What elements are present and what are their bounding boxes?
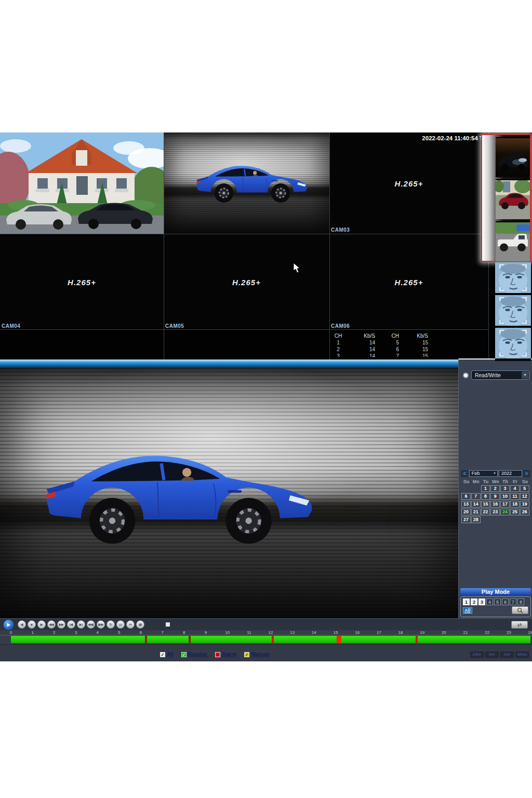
channel-button-2[interactable]: 2 (471, 598, 477, 605)
calendar-day-4[interactable]: 4 (510, 485, 520, 492)
calendar-next-button[interactable]: > (523, 470, 530, 477)
camera-view-cam04[interactable]: H.265+ CAM04 (0, 234, 164, 330)
calendar-day-26[interactable]: 26 (520, 509, 529, 515)
event-thumbnail-night-car[interactable] (496, 137, 530, 177)
range-button-30mi[interactable]: 30mi (515, 651, 529, 658)
camera-name-cam05: CAM05 (165, 323, 184, 329)
calendar-day-6[interactable]: 6 (461, 493, 471, 500)
snapshot-button[interactable]: ▤ (136, 620, 144, 629)
fast-forward-button[interactable]: ▶▶ (57, 620, 65, 629)
calendar-year-field[interactable]: 2022 (499, 470, 522, 477)
calendar-day-20[interactable]: 20 (461, 509, 471, 515)
slow-play-button[interactable]: ▶ (37, 620, 46, 629)
calendar-day-25[interactable]: 25 (510, 509, 520, 515)
calendar-day-16[interactable]: 16 (490, 501, 500, 508)
calendar-day-9[interactable]: 9 (490, 493, 500, 500)
calendar-day-2[interactable]: 2 (490, 485, 500, 492)
calendar-day-21[interactable]: 21 (471, 509, 481, 515)
channel-button-7[interactable]: 7 (510, 598, 516, 605)
calendar-day-10[interactable]: 10 (500, 493, 510, 500)
calendar-day-empty (461, 485, 471, 492)
calendar-day-12[interactable]: 12 (520, 493, 529, 500)
house-scene-image (0, 132, 164, 234)
channel-button-6[interactable]: 6 (502, 598, 509, 605)
calendar-day-11[interactable]: 11 (510, 493, 520, 500)
bitrate-header-cell: Kb/S (399, 332, 428, 339)
face-snapshot-1[interactable] (495, 262, 531, 294)
calendar-day-empty (520, 516, 529, 523)
sync-playback-button[interactable]: ⇄ (511, 621, 528, 629)
prev-frame-button[interactable]: |◀ (67, 620, 75, 629)
channel-button-3[interactable]: 3 (478, 598, 485, 605)
calendar-day-27[interactable]: 27 (461, 516, 471, 523)
timeline[interactable]: 0123456789101112131415161718192021222324 (0, 630, 532, 644)
calendar-day-19[interactable]: 19 (520, 501, 529, 508)
camera-view-cam06[interactable]: H.265+ CAM06 (329, 234, 488, 330)
legend-item-alarm[interactable]: ✓Alarm (215, 651, 236, 657)
clip-button[interactable]: ✂ (126, 620, 135, 629)
channel-button-5[interactable]: 5 (494, 598, 501, 605)
camera-view-2[interactable] (164, 132, 329, 234)
event-thumbnail-white-truck[interactable] (496, 221, 530, 261)
calendar-day-23[interactable]: 23 (490, 509, 500, 515)
calendar-day-names: SuMoTuWeThFrSa (461, 479, 530, 484)
calendar-day-24[interactable]: 24 (500, 509, 510, 515)
dropdown-arrow-icon[interactable]: ▼ (522, 371, 528, 379)
range-button-1hr[interactable]: 1hr (500, 651, 514, 658)
playback-video-view[interactable] (0, 368, 458, 618)
calendar-day-1[interactable]: 1 (481, 485, 490, 492)
face-snapshot-3[interactable] (495, 328, 531, 360)
calendar-day-5[interactable]: 5 (520, 485, 529, 492)
legend-item-regular[interactable]: ✓Regular (181, 651, 207, 657)
legend-checkbox-icon[interactable]: ✓ (244, 652, 249, 657)
legend-checkbox-icon[interactable]: ✓ (215, 652, 220, 657)
search-button[interactable] (512, 606, 528, 614)
calendar-day-17[interactable]: 17 (500, 501, 510, 508)
legend-checkbox-icon[interactable]: ✓ (160, 652, 165, 657)
copy-button[interactable]: ▭ (116, 620, 125, 629)
event-thumbnail-red-car[interactable] (496, 179, 530, 219)
timeline-hour-label: 10 (225, 630, 230, 635)
legend-item-all[interactable]: ✓All (160, 651, 174, 657)
calendar-day-28[interactable]: 28 (471, 516, 481, 523)
calendar-day-18[interactable]: 18 (510, 501, 520, 508)
face-snapshot-2[interactable] (495, 295, 531, 327)
channel-button-8[interactable]: 8 (517, 598, 524, 605)
camera-view-cam05[interactable]: H.265+ CAM05 (164, 234, 329, 330)
calendar-day-13[interactable]: 13 (461, 501, 471, 508)
timeline-bar[interactable] (11, 636, 530, 643)
range-button-2hr[interactable]: 2hr (485, 651, 499, 658)
calendar-day-8[interactable]: 8 (481, 493, 490, 500)
calendar-day-15[interactable]: 15 (481, 501, 490, 508)
camera-name-cam04: CAM04 (2, 323, 20, 329)
prev-file-button[interactable]: ◀◀| (87, 620, 95, 629)
camera-view-1[interactable] (0, 132, 164, 234)
timeline-hour-label: 8 (183, 630, 185, 635)
bitrate-header-row: CHKb/SCHKb/S (330, 332, 440, 339)
calendar-day-14[interactable]: 14 (471, 501, 481, 508)
calendar-month-dropdown[interactable]: Feb ▼ (469, 470, 498, 477)
timeline-alarm-mark (272, 636, 274, 643)
loop-button[interactable]: ↻ (107, 620, 115, 629)
legend-item-manual[interactable]: ✓Manual (244, 651, 269, 657)
event-thumbnails-panel[interactable] (481, 134, 531, 262)
calendar-day-7[interactable]: 7 (471, 493, 481, 500)
next-file-button[interactable]: |▶▶ (97, 620, 105, 629)
timeline-hour-label: 13 (290, 630, 295, 635)
calendar-day-22[interactable]: 22 (481, 509, 490, 515)
channel-button-1[interactable]: 1 (463, 598, 470, 605)
rewind-button[interactable]: ◀◀ (47, 620, 56, 629)
reverse-play-button[interactable]: ◀ (18, 620, 26, 629)
next-frame-button[interactable]: ▶| (77, 620, 85, 629)
legend-checkbox-icon[interactable]: ✓ (181, 652, 187, 657)
stop-button[interactable]: ■ (28, 620, 36, 629)
hdd-mode-dropdown[interactable]: Read/Write ▼ (471, 370, 529, 380)
range-button-24hr[interactable]: 24hr (470, 651, 484, 658)
all-channels-button[interactable]: All (463, 607, 472, 614)
camera-view-cam03[interactable]: 2022-02-24 11:40:54 T H.265+ CAM03 (329, 132, 488, 234)
calendar-day-3[interactable]: 3 (500, 485, 510, 492)
calendar-prev-button[interactable]: < (461, 470, 468, 477)
play-button[interactable]: ▶ (3, 619, 14, 630)
blue-car-image-small (192, 157, 309, 205)
channel-button-4[interactable]: 4 (486, 598, 493, 605)
